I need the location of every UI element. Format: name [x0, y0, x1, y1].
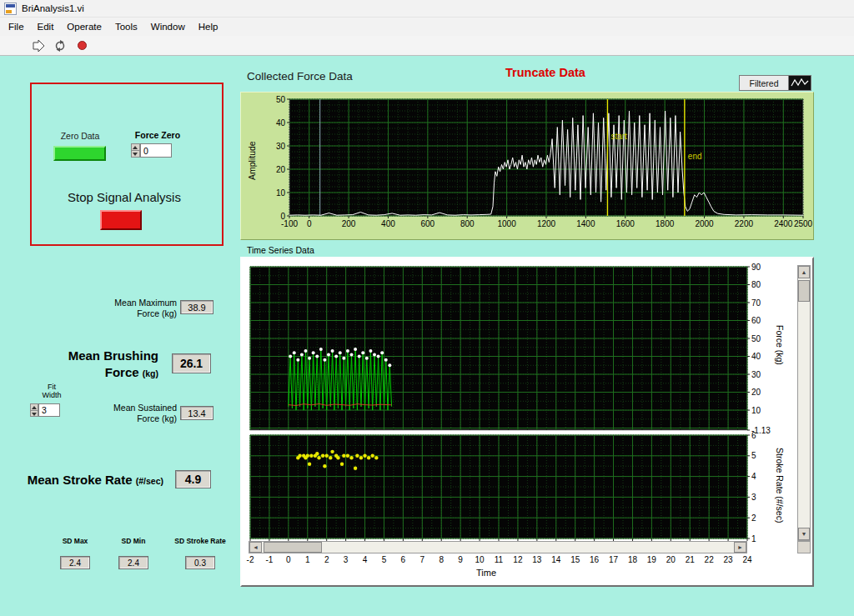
window-title: BriAnalysis1.vi — [22, 3, 84, 13]
force-axis-label: Force (kg) — [775, 325, 785, 365]
stroke-rate-axis-label: Stroke Rate (#/sec) — [775, 448, 785, 523]
time-series-plot-area: 908070605040302010-1.13-2-10123456789101… — [242, 258, 812, 585]
menu-help[interactable]: Help — [192, 19, 225, 34]
collected-force-data-graph[interactable]: startend-1000200400600800100012001400160… — [240, 92, 814, 240]
menu-operate[interactable]: Operate — [60, 19, 108, 34]
horizontal-scrollbar[interactable]: ◄ ► — [249, 541, 747, 553]
svg-text:0: 0 — [286, 555, 291, 564]
abort-button[interactable] — [73, 38, 90, 53]
sd-max-label: SD Max — [55, 537, 95, 545]
mean-max-force-label: Mean Maximum Force (kg) — [100, 298, 177, 319]
svg-text:20: 20 — [276, 165, 286, 174]
svg-text:50: 50 — [751, 334, 761, 343]
fit-width-control — [30, 403, 60, 417]
horizontal-scroll-track[interactable] — [262, 542, 734, 553]
svg-text:1200: 1200 — [537, 219, 556, 228]
svg-text:-2: -2 — [247, 555, 254, 564]
svg-text:10: 10 — [475, 555, 485, 564]
run-button[interactable] — [30, 38, 47, 53]
run-continuous-icon — [53, 39, 67, 53]
scroll-up-button[interactable]: ▲ — [798, 266, 810, 278]
svg-text:2500: 2500 — [794, 219, 813, 228]
svg-text:0: 0 — [307, 219, 312, 228]
scroll-down-button[interactable]: ▼ — [798, 528, 810, 540]
svg-text:3: 3 — [344, 555, 349, 564]
svg-text:17: 17 — [609, 555, 619, 564]
vertical-scroll-thumb[interactable] — [798, 280, 810, 302]
svg-text:80: 80 — [751, 280, 761, 289]
force-zero-label: Force Zero — [132, 130, 183, 140]
svg-text:1800: 1800 — [656, 219, 675, 228]
plot-legend[interactable]: Filtered — [739, 75, 811, 91]
sd-min-display: 2.4 — [118, 556, 148, 569]
run-continuous-button[interactable] — [52, 38, 68, 53]
svg-text:8: 8 — [439, 555, 444, 564]
mean-brushing-force-display: 26.1 — [172, 353, 211, 373]
svg-text:90: 90 — [751, 263, 761, 272]
menu-tools[interactable]: Tools — [108, 19, 144, 34]
mean-sustained-force-label: Mean Sustained Force (kg) — [100, 403, 177, 424]
legend-plot-name: Filtered — [739, 75, 789, 91]
svg-text:1400: 1400 — [576, 219, 595, 228]
svg-text:23: 23 — [724, 555, 734, 564]
increment-button[interactable] — [131, 143, 140, 151]
svg-text:end: end — [688, 152, 702, 161]
time-series-graph[interactable]: 908070605040302010-1.13-2-10123456789101… — [240, 257, 814, 587]
vertical-scroll-track[interactable] — [798, 278, 810, 528]
svg-text:19: 19 — [647, 555, 657, 564]
menubar: File Edit Operate Tools Window Help — [0, 18, 854, 36]
stop-signal-analysis-button[interactable] — [100, 210, 142, 230]
svg-text:20: 20 — [666, 555, 676, 564]
svg-text:15: 15 — [570, 555, 580, 564]
filtered-plot-style-icon — [789, 75, 811, 91]
labview-icon — [4, 3, 17, 15]
svg-text:5: 5 — [751, 451, 756, 460]
collected-plot-area: startend-1000200400600800100012001400160… — [241, 93, 813, 239]
menu-file[interactable]: File — [2, 19, 31, 34]
svg-text:24: 24 — [742, 555, 752, 564]
svg-text:2000: 2000 — [695, 219, 714, 228]
svg-text:800: 800 — [460, 219, 475, 228]
menu-edit[interactable]: Edit — [31, 19, 61, 34]
scroll-right-button[interactable]: ► — [734, 542, 746, 553]
svg-text:50: 50 — [276, 95, 286, 104]
mean-max-force-display: 38.9 — [180, 300, 214, 314]
zero-data-label: Zero Data — [53, 131, 107, 141]
svg-text:30: 30 — [751, 370, 761, 379]
svg-text:20: 20 — [751, 388, 761, 397]
mean-stroke-rate-display: 4.9 — [175, 470, 211, 488]
svg-text:40: 40 — [276, 118, 286, 128]
sd-min-label: SD Min — [115, 537, 152, 545]
menu-window[interactable]: Window — [144, 19, 192, 34]
force-zero-control — [131, 143, 172, 158]
truncate-data-label: Truncate Data — [505, 66, 585, 79]
svg-text:2: 2 — [324, 555, 329, 564]
svg-text:600: 600 — [421, 219, 435, 228]
zero-data-button[interactable] — [53, 146, 106, 161]
svg-text:13: 13 — [532, 555, 542, 564]
svg-text:4: 4 — [363, 555, 368, 564]
svg-text:60: 60 — [751, 316, 761, 325]
time-axis-label: Time — [464, 568, 509, 578]
decrement-button[interactable] — [30, 411, 38, 418]
force-zero-input[interactable] — [140, 143, 172, 158]
svg-text:-100: -100 — [281, 219, 298, 228]
abort-icon — [78, 41, 87, 50]
svg-text:12: 12 — [513, 555, 523, 564]
increment-button[interactable] — [30, 403, 38, 411]
svg-text:start: start — [610, 132, 627, 141]
svg-text:9: 9 — [458, 555, 463, 564]
scroll-left-button[interactable]: ◄ — [249, 542, 262, 553]
time-series-label: Time Series Data — [247, 245, 314, 255]
vertical-scrollbar[interactable]: ▲ ▼ — [797, 265, 811, 541]
svg-text:1: 1 — [305, 555, 310, 564]
svg-text:70: 70 — [751, 298, 761, 308]
decrement-button[interactable] — [131, 151, 140, 158]
svg-text:14: 14 — [551, 555, 561, 564]
svg-text:21: 21 — [686, 555, 696, 564]
fit-width-input[interactable] — [38, 403, 60, 417]
svg-text:400: 400 — [381, 219, 395, 228]
svg-text:3: 3 — [751, 493, 756, 502]
horizontal-scroll-thumb[interactable] — [264, 542, 322, 553]
svg-text:-1: -1 — [265, 555, 273, 564]
